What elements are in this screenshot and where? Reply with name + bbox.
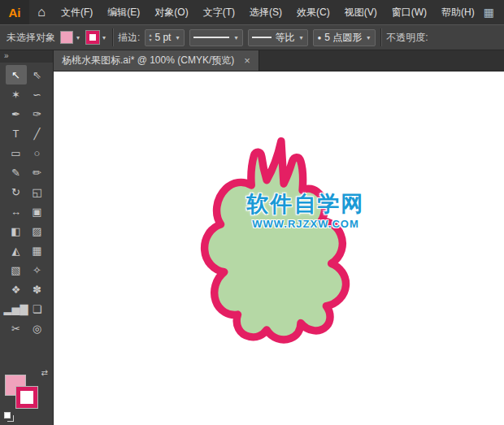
width-profile-dropdown[interactable]: 等比 ▾ (248, 29, 308, 46)
opacity-label: 不透明度: (386, 31, 428, 45)
stroke-weight-value: 5 pt (154, 32, 171, 43)
brush-dropdown[interactable]: ● 5 点圆形 ▾ (313, 29, 376, 46)
stroke-weight-chevron-icon[interactable]: ▾ (174, 34, 180, 41)
tools-panel: » ↖⇖✶∽✒✑T╱▭○✎✏↻◱↔▣◧▨◭▦▧✧❖✽▂▅▇❏✂◎ ⇄ (0, 50, 54, 425)
color-swatches: ⇄ (3, 368, 50, 418)
ellipse-tool[interactable]: ○ (27, 143, 48, 163)
watermark: 软件自学网 WWW.RJZXW.COM (237, 192, 375, 230)
workspace-panels-icon[interactable]: ▦ (484, 6, 494, 19)
gradient-tool[interactable]: ▧ (6, 260, 27, 280)
swap-colors-icon[interactable]: ⇄ (41, 368, 48, 377)
fruit-artwork-path[interactable] (205, 141, 346, 340)
menu-item-file[interactable]: 文件(F) (54, 0, 100, 24)
width-profile-value: 等比 (275, 31, 294, 45)
zoom-tool[interactable]: ◎ (27, 319, 48, 338)
brush-dot-icon: ● (317, 34, 321, 41)
stepper-down-icon[interactable]: ▾ (149, 37, 151, 42)
stroke-swatch-group: ▾ (86, 31, 107, 44)
fill-swatch-group: ▾ (60, 31, 81, 44)
column-graph-tool[interactable]: ▂▅▇ (6, 299, 27, 319)
magic-wand-tool[interactable]: ✶ (6, 85, 27, 104)
blend-tool[interactable]: ❖ (6, 280, 27, 299)
tab-close-icon[interactable]: × (244, 54, 250, 67)
pencil-tool[interactable]: ✏ (27, 163, 48, 182)
symbol-sprayer-tool[interactable]: ✽ (27, 280, 48, 299)
main-area: » ↖⇖✶∽✒✑T╱▭○✎✏↻◱↔▣◧▨◭▦▧✧❖✽▂▅▇❏✂◎ ⇄ 杨桃水果图… (0, 50, 504, 425)
tools-panel-header[interactable]: » (0, 50, 53, 63)
artboard-tool[interactable]: ❏ (27, 299, 48, 319)
curvature-tool[interactable]: ✑ (27, 104, 48, 124)
menu-bar: Ai ⌂ 文件(F)编辑(E)对象(O)文字(T)选择(S)效果(C)视图(V)… (0, 0, 504, 24)
stroke-chevron-icon[interactable]: ▾ (101, 34, 107, 41)
width-tool[interactable]: ↔ (6, 202, 27, 221)
watermark-title: 软件自学网 (237, 192, 375, 217)
free-transform-tool[interactable]: ▣ (27, 202, 48, 221)
pen-tool[interactable]: ✒ (6, 104, 27, 124)
selection-tool[interactable]: ↖ (6, 65, 27, 85)
brush-value: 5 点圆形 (324, 31, 362, 45)
menu-item-window[interactable]: 窗口(W) (385, 0, 434, 24)
default-colors-icon[interactable] (4, 412, 11, 418)
line-segment-tool[interactable]: ╱ (27, 124, 48, 143)
slice-tool[interactable]: ✂ (6, 319, 27, 338)
rotate-tool[interactable]: ↻ (6, 182, 27, 202)
menu-item-effect[interactable]: 效果(C) (289, 0, 337, 24)
eyedropper-tool[interactable]: ✧ (27, 260, 48, 280)
home-icon[interactable]: ⌂ (29, 5, 54, 20)
direct-selection-tool[interactable]: ⇖ (27, 65, 48, 85)
menu-items: 文件(F)编辑(E)对象(O)文字(T)选择(S)效果(C)视图(V)窗口(W)… (54, 0, 482, 24)
menu-item-help[interactable]: 帮助(H) (434, 0, 482, 24)
menu-item-object[interactable]: 对象(O) (147, 0, 195, 24)
collapse-panel-icon[interactable]: » (4, 51, 8, 60)
fill-chevron-icon[interactable]: ▾ (75, 34, 81, 41)
no-selection-label: 未选择对象 (7, 31, 55, 45)
menu-item-type[interactable]: 文字(T) (196, 0, 242, 24)
menu-item-edit[interactable]: 编辑(E) (100, 0, 147, 24)
document-area: 杨桃水果图标.ai* @ 100% (CMYK/预览) × 软件自学网 WWW.… (54, 50, 504, 425)
brush-chevron-icon[interactable]: ▾ (365, 34, 371, 41)
control-bar: 未选择对象 ▾ ▾ 描边: ▴ ▾ 5 pt ▾ ▾ 等比 ▾ (0, 24, 504, 50)
stroke-color-swatch[interactable] (86, 31, 99, 44)
width-profile-chevron-icon[interactable]: ▾ (298, 34, 304, 41)
stroke-style-sample (193, 37, 229, 38)
fruit-artwork[interactable] (192, 133, 375, 365)
watermark-url: WWW.RJZXW.COM (237, 218, 375, 230)
stroke-weight-stepper[interactable]: ▴ ▾ (149, 33, 151, 42)
stroke-style-dropdown[interactable]: ▾ (189, 29, 243, 46)
scale-tool[interactable]: ◱ (27, 182, 48, 202)
controlbar-divider (112, 28, 113, 46)
stroke-style-chevron-icon[interactable]: ▾ (232, 34, 239, 41)
illustrator-window: Ai ⌂ 文件(F)编辑(E)对象(O)文字(T)选择(S)效果(C)视图(V)… (0, 0, 504, 425)
shape-builder-tool[interactable]: ◧ (6, 221, 27, 241)
width-profile-sample (252, 37, 272, 38)
document-tab[interactable]: 杨桃水果图标.ai* @ 100% (CMYK/预览) × (54, 50, 259, 71)
lasso-tool[interactable]: ∽ (27, 85, 48, 104)
paintbrush-tool[interactable]: ✎ (6, 163, 27, 182)
menu-item-select[interactable]: 选择(S) (242, 0, 289, 24)
rectangle-tool[interactable]: ▭ (6, 143, 27, 163)
fill-color-swatch[interactable] (60, 31, 73, 44)
stroke-label: 描边: (118, 31, 140, 45)
document-tab-title: 杨桃水果图标.ai* @ 100% (CMYK/预览) (62, 54, 234, 67)
menu-item-view[interactable]: 视图(V) (337, 0, 385, 24)
document-tab-bar: 杨桃水果图标.ai* @ 100% (CMYK/预览) × (54, 50, 504, 72)
stroke-weight-field[interactable]: ▴ ▾ 5 pt ▾ (145, 29, 185, 46)
live-paint-bucket-tool[interactable]: ▨ (27, 221, 48, 241)
type-tool[interactable]: T (6, 124, 27, 143)
controlbar-divider (380, 28, 381, 46)
artboard-canvas[interactable]: 软件自学网 WWW.RJZXW.COM (54, 72, 504, 425)
tools-grid: ↖⇖✶∽✒✑T╱▭○✎✏↻◱↔▣◧▨◭▦▧✧❖✽▂▅▇❏✂◎ (6, 65, 48, 338)
illustrator-logo[interactable]: Ai (0, 0, 29, 24)
mesh-tool[interactable]: ▦ (27, 241, 48, 260)
perspective-grid-tool[interactable]: ◭ (6, 241, 27, 260)
stroke-color-control[interactable] (16, 387, 37, 408)
